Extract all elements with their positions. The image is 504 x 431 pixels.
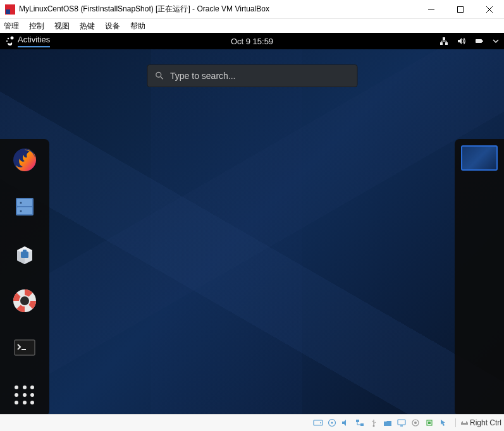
dock-item-help[interactable] (9, 286, 40, 315)
menu-control[interactable]: 控制 (29, 21, 44, 32)
vb-optical-icon[interactable] (326, 418, 338, 428)
vb-display-icon[interactable] (396, 418, 407, 428)
dock-item-terminal[interactable] (9, 333, 40, 362)
menu-devices[interactable]: 设备 (105, 21, 120, 32)
activities-button[interactable]: Activities (18, 35, 50, 47)
host-key-icon (460, 419, 469, 427)
dropdown-icon (493, 38, 499, 44)
svg-point-31 (320, 422, 321, 423)
clock[interactable]: Oct 9 15:59 (231, 37, 273, 46)
search-icon (155, 71, 164, 80)
vb-usb-icon[interactable] (368, 418, 379, 428)
search-container: Type to search... (147, 64, 357, 87)
dock-item-app-grid[interactable] (9, 380, 40, 410)
battery-icon (475, 37, 484, 46)
svg-rect-1 (458, 6, 464, 12)
search-input[interactable]: Type to search... (147, 64, 357, 87)
help-icon (11, 288, 38, 314)
svg-rect-8 (445, 42, 448, 45)
dock-item-software[interactable] (9, 240, 40, 269)
svg-point-16 (156, 72, 161, 77)
network-icon (439, 37, 448, 46)
software-icon (12, 241, 37, 267)
svg-rect-14 (476, 39, 482, 43)
dock (0, 139, 49, 414)
close-button[interactable] (475, 0, 504, 19)
svg-point-23 (20, 210, 22, 212)
gnome-topbar: Activities Oct 9 15:59 (0, 33, 504, 49)
svg-point-5 (8, 38, 9, 40)
svg-rect-7 (440, 42, 443, 45)
vb-network-icon[interactable] (354, 418, 366, 428)
menu-help[interactable]: 帮助 (130, 21, 145, 32)
virtualbox-app-icon (5, 4, 15, 15)
host-key-indicator[interactable]: Right Ctrl (455, 418, 501, 427)
vb-cpu-icon[interactable] (424, 418, 435, 428)
host-key-label: Right Ctrl (470, 418, 501, 427)
svg-rect-15 (482, 40, 483, 42)
svg-point-33 (331, 422, 333, 424)
vb-status-icons (312, 418, 449, 428)
terminal-icon (12, 335, 37, 360)
svg-point-45 (414, 422, 417, 424)
svg-point-27 (20, 296, 29, 305)
vb-audio-icon[interactable] (340, 418, 352, 428)
vb-shared-icon[interactable] (382, 418, 393, 428)
svg-rect-20 (17, 199, 32, 206)
minimize-button[interactable] (417, 0, 446, 19)
dock-item-files[interactable] (9, 192, 40, 221)
vb-hdd-icon[interactable] (312, 418, 324, 428)
virtualbox-statusbar: Right Ctrl (0, 414, 504, 431)
svg-point-22 (20, 202, 22, 204)
search-placeholder: Type to search... (170, 71, 236, 81)
maximize-button[interactable] (446, 0, 475, 19)
vm-display: Activities Oct 9 15:59 Type to search... (0, 33, 504, 414)
svg-point-4 (11, 37, 14, 40)
menu-view[interactable]: 视图 (54, 21, 70, 32)
svg-point-6 (6, 40, 8, 42)
system-status-area[interactable] (439, 37, 499, 46)
menu-hotkey[interactable]: 热键 (80, 21, 95, 32)
window-title: MyLinuxCentOS8 (FirstInstallSnapShot) [正… (19, 4, 417, 15)
desktop-wallpaper (0, 33, 504, 414)
virtualbox-menubar: 管理 控制 视图 热键 设备 帮助 (0, 19, 504, 33)
vb-mouse-icon[interactable] (438, 418, 449, 428)
svg-rect-24 (21, 252, 28, 258)
dock-item-firefox[interactable] (9, 145, 40, 174)
window-titlebar: MyLinuxCentOS8 (FirstInstallSnapShot) [正… (0, 0, 504, 19)
gnome-logo-icon (5, 36, 15, 46)
svg-rect-42 (398, 420, 405, 425)
window-controls (417, 0, 504, 19)
svg-rect-9 (443, 37, 445, 40)
svg-rect-25 (23, 250, 27, 252)
svg-rect-34 (356, 420, 359, 422)
svg-line-17 (161, 77, 163, 80)
volume-icon (457, 37, 466, 46)
workspace-switcher (455, 139, 504, 414)
svg-rect-47 (428, 422, 431, 424)
grid-icon (15, 385, 35, 404)
firefox-icon (11, 146, 39, 174)
workspace-thumbnail-1[interactable] (461, 145, 498, 171)
svg-rect-28 (15, 340, 35, 355)
menu-manage[interactable]: 管理 (4, 21, 19, 32)
vb-recording-icon[interactable] (410, 418, 421, 428)
files-icon (12, 194, 37, 219)
svg-rect-21 (17, 207, 32, 214)
